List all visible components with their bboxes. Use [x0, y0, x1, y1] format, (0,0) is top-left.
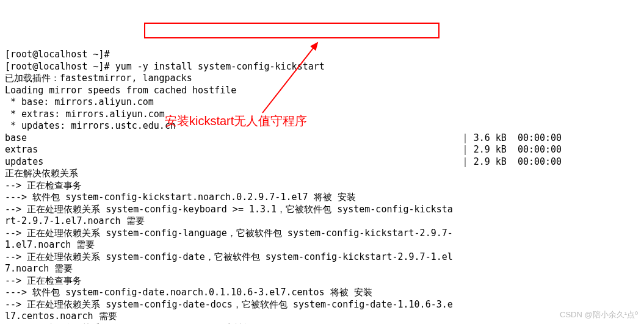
- output-line: * updates: mirrors.ustc.edu.cn: [5, 120, 176, 131]
- output-line: --> 正在处理依赖关系 system-config-keyboard >= 1…: [5, 204, 453, 227]
- output-line: --> 正在处理依赖关系 system-config-date-docs，它被软…: [5, 299, 453, 322]
- output-line: * extras: mirrors.aliyun.com: [5, 109, 165, 120]
- output-line: --> 正在处理依赖关系 system-config-date，它被软件包 sy…: [5, 251, 453, 275]
- output-line: 正在解决依赖关系: [5, 168, 78, 179]
- repo-time: 00:00:00: [518, 132, 562, 143]
- output-line: ---> 软件包 system-config-date.noarch.0.1.1…: [5, 287, 372, 298]
- repo-size: 2.9 kB: [474, 156, 507, 167]
- output-line: ---> 软件包 system-config-kickstart.noarch.…: [5, 192, 356, 203]
- repo-time: 00:00:00: [518, 144, 562, 155]
- repo-name: base: [5, 132, 27, 143]
- command-text: yum -y install system-config-kickstart: [115, 61, 325, 72]
- output-line: * base: mirrors.aliyun.com: [5, 96, 154, 107]
- terminal-output: [root@localhost ~]# [root@localhost ~]# …: [0, 36, 644, 325]
- repo-name: updates: [5, 156, 43, 167]
- annotation-text: 安装kickstart无人值守程序: [165, 113, 307, 129]
- output-line: Loading mirror speeds from cached hostfi…: [5, 85, 236, 96]
- shell-prompt[interactable]: [root@localhost ~]#: [5, 61, 115, 72]
- watermark: CSDN @陪小余久¹点⁰: [560, 310, 638, 320]
- output-line: --> 正在检查事务: [5, 180, 82, 191]
- repo-name: extras: [5, 144, 38, 155]
- highlight-box: [144, 23, 440, 38]
- repo-size: 3.6 kB: [474, 132, 507, 143]
- output-line: 已加载插件：fastestmirror, langpacks: [5, 73, 192, 84]
- shell-prompt[interactable]: [root@localhost ~]#: [5, 49, 115, 60]
- repo-time: 00:00:00: [518, 156, 562, 167]
- output-line: --> 正在处理依赖关系 system-config-language，它被软件…: [5, 228, 453, 251]
- output-line: --> 正在检查事务: [5, 275, 82, 286]
- repo-size: 2.9 kB: [474, 144, 507, 155]
